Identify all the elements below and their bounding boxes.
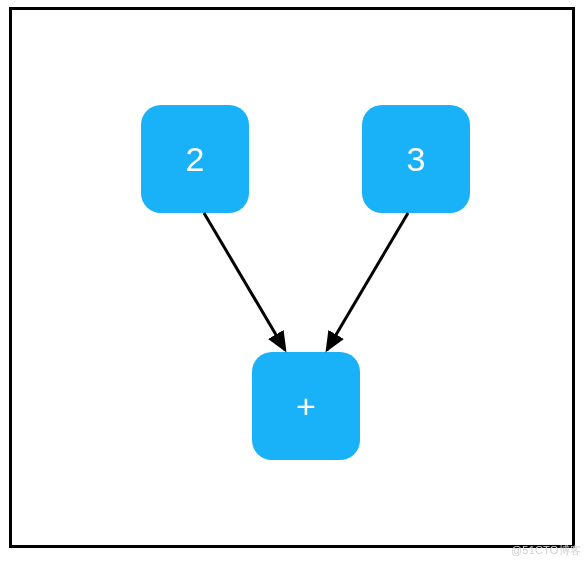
- node-label: +: [296, 387, 316, 426]
- node-operand-right: 3: [362, 105, 470, 213]
- edges-svg: [12, 10, 572, 545]
- node-operator: +: [252, 352, 360, 460]
- node-operand-left: 2: [141, 105, 249, 213]
- node-label: 2: [186, 140, 205, 179]
- node-label: 3: [407, 140, 426, 179]
- edge-right-to-bottom: [327, 213, 408, 350]
- diagram-frame: 2 3 +: [9, 7, 575, 548]
- edge-left-to-bottom: [204, 213, 285, 350]
- watermark-text: @51CTO博客: [511, 543, 581, 558]
